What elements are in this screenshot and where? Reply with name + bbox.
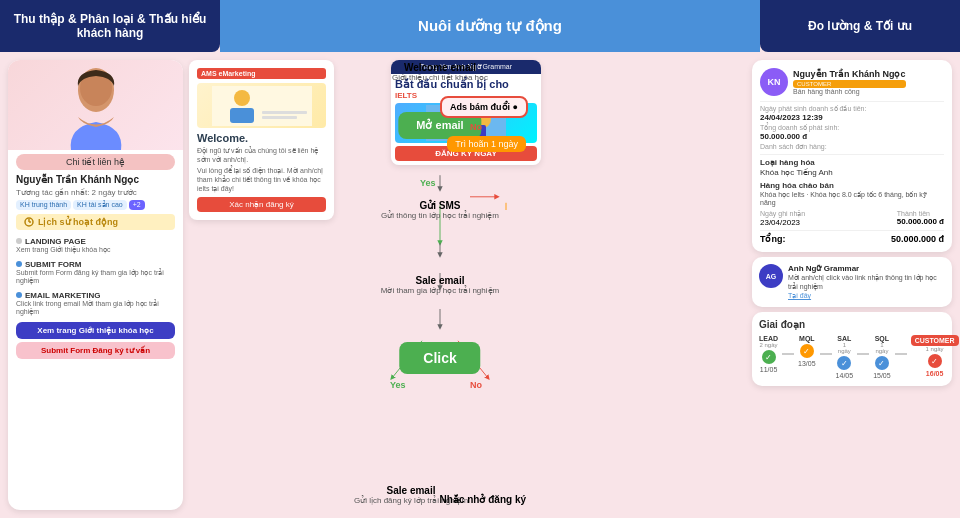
activity-header: Lịch sử hoạt động (16, 214, 175, 230)
stage-title: Giai đoạn (759, 319, 945, 330)
tag-high-value: KH tài sản cao (73, 200, 127, 210)
welcome-email-title: Welcome email (392, 62, 488, 73)
orders-list: Danh sách đơn hàng: (760, 143, 944, 151)
email-preview-image (197, 83, 326, 128)
total-value: 50.000.000 đ (897, 217, 944, 226)
sale-email-upper-label: Sale email Mời tham gia lớp học trải ngh… (381, 275, 499, 295)
product-name: Khóa học Tiếng Anh (760, 168, 944, 177)
btn-intro-course[interactable]: Xem trang Giới thiệu khóa học (16, 322, 175, 339)
stage-customer: CUSTOMER 1 ngày ✓ 16/05 (911, 335, 959, 377)
date-first-sale: Ngày phát sinh doanh số đầu tiên: 24/04/… (760, 105, 944, 122)
stage-mql-check: ✓ (800, 344, 814, 358)
email-preview-card: AMS eMarketing Welcome. Đội ngũ tư vấn c… (189, 60, 334, 220)
stage-customer-date: 16/05 (926, 370, 944, 377)
left-panel: Chi tiết liên hệ Nguyễn Trần Khánh Ngọc … (8, 60, 183, 510)
send-sms-label: Gửi SMS Gửi thông tin lớp học trải nghiệ… (381, 200, 499, 220)
date-received-label-wrapper: Ngày ghi nhận 23/04/2023 (760, 210, 805, 227)
customer-card: KN Nguyễn Trần Khánh Ngọc CUSTOMER Bán h… (752, 60, 952, 252)
activity2-desc: Submit form Form đăng ký tham gia lớp họ… (16, 269, 175, 285)
flow-area: AMS eMarketing Welcome. Đội ngũ tư vấn c… (189, 60, 746, 510)
ads-label: Ads bám đuổi (450, 102, 510, 112)
top-headers: Thu thập & Phân loại & Thấu hiểu khách h… (0, 0, 960, 52)
chat-text-body: Mời anh/chị click vào link nhận thông ti… (788, 274, 937, 290)
divider-3 (760, 230, 944, 231)
no-label-1: No (470, 122, 482, 132)
stage-sal-date: 14/05 (836, 372, 854, 379)
total-label: Thành tiên (897, 210, 944, 217)
dot-submit (16, 261, 22, 267)
header-left: Thu thập & Phân loại & Thấu hiểu khách h… (0, 0, 220, 52)
welcome-email-desc: Giới thiệu chi tiết khóa học (392, 73, 488, 82)
avatar-initials: KN (768, 77, 781, 87)
welcome-email-label: Welcome email Giới thiệu chi tiết khóa h… (392, 62, 488, 82)
stage-customer-name: CUSTOMER (911, 335, 959, 346)
contact-info-btn[interactable]: Chi tiết liên hệ (16, 154, 175, 170)
sale-email-upper-desc: Mời tham gia lớp học trải nghiệm (381, 286, 499, 295)
product-type-label: Loại hàng hóa (760, 158, 944, 167)
stage-connector-1 (782, 353, 794, 355)
stage-sql: SQL 1 ngày ✓ 15/05 (873, 335, 891, 379)
total-revenue: Tổng doanh số phát sinh: 50.000.000 đ (760, 124, 944, 141)
avatar-area (8, 60, 183, 150)
stage-lead-days: 2 ngày (760, 342, 778, 348)
dot-landing (16, 238, 22, 244)
stage-panel: Giai đoạn LEAD 2 ngày ✓ 11/05 MQL ✓ 13/0… (752, 312, 952, 386)
chat-avatar-initials: AG (766, 273, 777, 280)
stage-connector-2 (820, 353, 832, 355)
customer-name-right: Nguyễn Trần Khánh Ngọc (793, 69, 906, 79)
email-image-icon (212, 86, 312, 126)
stage-lead-name: LEAD (759, 335, 778, 342)
grand-total-row: Tổng: 50.000.000 đ (760, 234, 944, 244)
date-value: 24/04/2023 12:39 (760, 113, 944, 122)
header-middle: Nuôi dưỡng tự động (220, 0, 760, 52)
click-label: Click (423, 350, 456, 366)
dot-email (16, 292, 22, 298)
remind-register: Nhắc nhở đăng ký (440, 494, 526, 505)
activity-header-label: Lịch sử hoạt động (38, 217, 118, 227)
bottom-no-title: Nhắc nhở đăng ký (440, 494, 526, 505)
stage-sql-name: SQL (875, 335, 889, 342)
email-confirm-btn[interactable]: Xác nhận đăng ký (197, 197, 326, 212)
customer-subtitle: Bán hàng thành công (793, 88, 906, 95)
stage-sal-days: 1 ngày (836, 342, 854, 354)
stage-customer-check: ✓ (928, 354, 942, 368)
email-body2: Vui lòng để lại số điện thoại. Mời anh/c… (197, 166, 326, 193)
activity3-desc: Click link trong email Mời tham gia lớp … (16, 300, 175, 316)
stage-sql-date: 15/05 (873, 372, 891, 379)
grand-total-value: 50.000.000 đ (891, 234, 944, 244)
chat-link[interactable]: Tại đây (788, 292, 811, 299)
email-preview-header: AMS eMarketing (197, 68, 326, 79)
stage-mql: MQL ✓ 13/05 (798, 335, 816, 367)
tag-loyal: KH trung thành (16, 200, 71, 210)
stage-lead-check: ✓ (762, 350, 776, 364)
activity-desc: Tương tác gần nhất: 2 ngày trước (16, 188, 175, 197)
delay-node: Trì hoãn 1 ngày (447, 136, 526, 152)
chat-sender: Anh Ngữ Grammar (788, 264, 945, 273)
divider-2 (760, 154, 944, 155)
activity1-title: LANDING PAGE (25, 237, 86, 246)
btn-register-consult[interactable]: Submit Form Đăng ký tư vấn (16, 342, 175, 359)
activity1-desc: Xem trang Giới thiệu khóa học (16, 246, 175, 254)
stage-connector-4 (895, 353, 907, 355)
stage-mql-name: MQL (799, 335, 815, 342)
activity3-title: EMAIL MARKETING (25, 291, 100, 300)
stage-lead-date: 11/05 (760, 366, 778, 373)
stage-sal-name: SAL (837, 335, 851, 342)
customer-tags: KH trung thành KH tài sản cao +2 (16, 200, 175, 210)
click-node[interactable]: Click (399, 342, 480, 374)
open-email-label: Mở email (416, 119, 463, 131)
send-sms-title: Gửi SMS (381, 200, 499, 211)
date-label: Ngày phát sinh doanh số đầu tiên: (760, 105, 944, 113)
bottom-buttons: Xem trang Giới thiệu khóa học Submit For… (16, 322, 175, 359)
stage-lead: LEAD 2 ngày ✓ 11/05 (759, 335, 778, 373)
grand-total-label: Tổng: (760, 234, 786, 244)
divider-1 (760, 101, 944, 102)
stage-customer-days: 1 ngày (926, 346, 944, 352)
chat-content: Anh Ngữ Grammar Mời anh/chị click vào li… (788, 264, 945, 300)
sale-email-upper-title: Sale email (381, 275, 499, 286)
yes-label-1: Yes (420, 178, 436, 188)
stage-sal: SAL 1 ngày ✓ 14/05 (836, 335, 854, 379)
activity-submit: SUBMIT FORM Submit form Form đăng ký tha… (16, 257, 175, 285)
chat-bubble: AG Anh Ngữ Grammar Mời anh/chị click vào… (752, 257, 952, 307)
revenue-label: Tổng doanh số phát sinh: (760, 124, 944, 132)
